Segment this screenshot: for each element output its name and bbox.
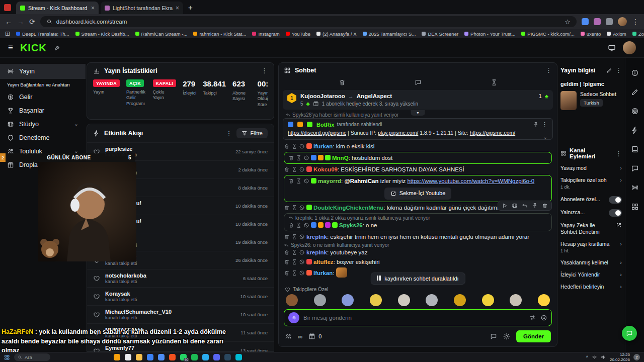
chat-paused-notice[interactable]: kaydırırken sohbet duraklatıldı bbox=[370, 273, 465, 285]
timeout-user-icon[interactable] bbox=[291, 259, 297, 265]
timeout-user-icon[interactable] bbox=[296, 155, 302, 161]
edit-icon[interactable] bbox=[631, 88, 639, 96]
chat-username[interactable]: Ifurkan bbox=[313, 270, 333, 276]
chat-identity-icon[interactable] bbox=[490, 333, 497, 340]
emote-picker-icon[interactable] bbox=[540, 314, 547, 321]
site-link[interactable]: https://pigsmc.com/ bbox=[470, 130, 515, 136]
emote[interactable] bbox=[426, 294, 438, 306]
panels-icon[interactable] bbox=[631, 203, 639, 211]
timeout-user-icon[interactable] bbox=[291, 143, 297, 149]
bookmark[interactable]: rahmican - Kick Stat... bbox=[193, 31, 246, 37]
bookmark[interactable]: Axiom bbox=[607, 31, 626, 37]
taskbar-app-icon[interactable] bbox=[158, 354, 165, 360]
support-chat-bubble[interactable] bbox=[622, 326, 637, 341]
sidebar-item-studyo[interactable]: Stüdyo ⌄ bbox=[0, 117, 86, 131]
ban-user-icon[interactable] bbox=[299, 234, 305, 240]
stream-info-menu-icon[interactable]: ⋮ bbox=[615, 66, 622, 74]
browser-tab-kick-dashboard[interactable]: Stream - Kick Dashboard × bbox=[16, 2, 99, 14]
filter-button[interactable]: Filtre bbox=[236, 128, 268, 138]
emote[interactable] bbox=[286, 294, 298, 306]
start-button[interactable] bbox=[4, 354, 10, 360]
chat-username[interactable]: krepInk bbox=[306, 234, 327, 240]
timeout-user-icon[interactable] bbox=[291, 205, 297, 211]
action-ai-moderation[interactable]: Yapay Zeka ile Sohbet Denetimi bbox=[560, 222, 622, 235]
chat-mode-icon[interactable] bbox=[415, 79, 422, 86]
back-icon[interactable]: ← bbox=[5, 18, 12, 25]
chat-username[interactable]: Spyks26 bbox=[339, 222, 363, 228]
emote[interactable] bbox=[314, 294, 326, 306]
extensions-puzzle-icon[interactable] bbox=[606, 18, 613, 25]
subscribers-only-toggle[interactable] bbox=[609, 196, 622, 204]
bookmark[interactable]: YouTube bbox=[286, 31, 310, 37]
taskbar-app-icon[interactable] bbox=[191, 354, 198, 360]
category-thumbnail[interactable] bbox=[560, 91, 577, 110]
viewer-list-icon[interactable] bbox=[285, 333, 292, 340]
browser-profile-avatar[interactable] bbox=[618, 17, 627, 26]
emote[interactable] bbox=[510, 294, 522, 306]
bookmark[interactable]: uxento bbox=[581, 31, 601, 37]
sidebar-item-denetleme[interactable]: Denetleme bbox=[0, 131, 86, 144]
clip-icon[interactable] bbox=[512, 203, 518, 209]
forward-icon[interactable]: → bbox=[17, 18, 24, 25]
action-followers-only[interactable]: Takipçilere özel soh1 dk. › bbox=[560, 177, 622, 190]
delete-message-icon[interactable] bbox=[288, 222, 294, 228]
info-icon[interactable] bbox=[631, 69, 639, 77]
delete-message-icon[interactable] bbox=[288, 178, 294, 184]
chat-emote[interactable] bbox=[336, 267, 347, 278]
chat-username[interactable]: DoubleKingChickenMenu bbox=[313, 205, 383, 211]
taskbar-app-icon[interactable]: 90 bbox=[180, 354, 187, 360]
timeout-user-icon[interactable] bbox=[291, 270, 297, 276]
timeout-user-icon[interactable] bbox=[291, 234, 297, 240]
slow-mode-icon[interactable] bbox=[491, 79, 498, 86]
ban-user-icon[interactable] bbox=[299, 249, 305, 255]
sidebar-item-yayin-baglantilari[interactable]: Yayın Bağlantıları ve Anahtarı bbox=[0, 79, 86, 90]
timeout-user-icon[interactable] bbox=[296, 222, 302, 228]
chat-layout-icon[interactable] bbox=[284, 67, 291, 74]
taskbar-clock[interactable]: 12:25 20.02.2026 bbox=[610, 352, 630, 362]
gift-recipient-name[interactable]: AngelAspect bbox=[357, 93, 392, 99]
bookmark[interactable]: DeepL Translate: Th... bbox=[16, 31, 69, 37]
bookmark-star-icon[interactable]: ☆ bbox=[565, 19, 571, 25]
bookmark[interactable]: Zonguldak İngilizce... bbox=[632, 31, 644, 37]
taskbar-search[interactable]: Ara bbox=[14, 353, 50, 361]
taskbar-app-icon[interactable] bbox=[169, 354, 176, 360]
ban-user-icon[interactable] bbox=[299, 166, 305, 172]
browser-tab-lightshot[interactable]: LightShot tarafından Ekran Gör... × bbox=[101, 2, 183, 14]
chat-message-input[interactable] bbox=[303, 315, 525, 321]
kick-logo[interactable]: KICK bbox=[20, 42, 47, 54]
tools-icon[interactable] bbox=[54, 44, 61, 51]
ban-user-icon[interactable] bbox=[299, 143, 305, 149]
open-in-tab-youtube-button[interactable]: Sekme-İçi Youtube bbox=[384, 188, 452, 199]
taskbar-app-icon[interactable] bbox=[125, 354, 131, 360]
refresh-icon[interactable]: ⟳ bbox=[29, 18, 35, 25]
volume-icon[interactable] bbox=[601, 354, 606, 360]
emote[interactable] bbox=[538, 294, 550, 306]
clips-icon[interactable] bbox=[608, 44, 616, 52]
taskbar-app-icon[interactable] bbox=[224, 354, 231, 360]
new-tab-button[interactable]: + bbox=[188, 3, 193, 12]
tab-close-icon[interactable]: × bbox=[176, 5, 179, 12]
bookmark[interactable]: DEX Screener bbox=[422, 31, 458, 37]
gift-sub-icon[interactable] bbox=[308, 333, 315, 340]
chat-icon[interactable] bbox=[631, 164, 639, 172]
taskbar-app-icon[interactable] bbox=[114, 354, 120, 360]
chat-username[interactable]: altuflez bbox=[313, 259, 334, 265]
play-icon[interactable] bbox=[502, 203, 508, 209]
taskbar-app-icon[interactable] bbox=[136, 354, 142, 360]
sidebar-item-basarilar[interactable]: Başarılar bbox=[0, 104, 86, 117]
bookmark[interactable]: (2) Anasayfa / X bbox=[316, 31, 357, 37]
delete-message-icon[interactable] bbox=[284, 166, 290, 172]
action-redirect-viewers[interactable]: İzleyici Yönlendir › bbox=[560, 272, 622, 278]
browser-menu-icon[interactable]: ⋮ bbox=[632, 18, 639, 25]
hamburger-menu-icon[interactable]: ≡ bbox=[8, 43, 13, 53]
clear-chat-icon[interactable] bbox=[339, 79, 346, 86]
timeout-user-icon[interactable] bbox=[291, 249, 297, 255]
ban-user-icon[interactable] bbox=[299, 205, 305, 211]
action-emotes-only[interactable]: Yalnızca... bbox=[560, 209, 622, 217]
ban-user-icon[interactable] bbox=[303, 178, 309, 184]
book-icon[interactable] bbox=[631, 145, 639, 153]
notification-badge[interactable]: 2 bbox=[633, 354, 640, 360]
lightning-icon[interactable] bbox=[631, 126, 639, 134]
chat-scroll-handle[interactable]: ▼ bbox=[411, 110, 425, 116]
emote[interactable] bbox=[454, 294, 466, 306]
